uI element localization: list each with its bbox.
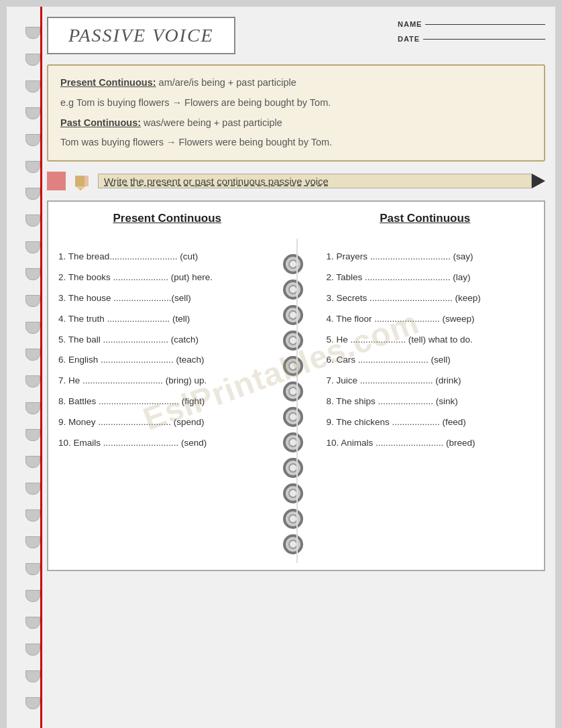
left-item-8: 8. Battles .............................…: [58, 396, 266, 408]
red-line: [40, 7, 42, 728]
right-item-3: 3. Secrets .............................…: [327, 292, 535, 305]
date-line: [423, 39, 545, 40]
grammar-line-3: Past Continuous: was/were being + past p…: [60, 116, 532, 131]
right-item-5: 5. He ...................... (tell) what…: [327, 334, 535, 347]
instruction-container: Write the present or past continuous pas…: [98, 174, 545, 188]
date-field: DATE: [398, 35, 545, 43]
ring-10: [283, 483, 303, 503]
past-continuous-title: Past Continuous: [317, 212, 535, 225]
svg-rect-4: [85, 176, 89, 186]
left-item-2: 2. The books ...................... (put…: [58, 271, 266, 284]
right-item-10: 10. Animals ........................... …: [327, 437, 535, 450]
ring-11: [283, 509, 303, 529]
left-item-1: 1. The bread........................... …: [58, 251, 266, 263]
ring-2: [283, 280, 303, 300]
past-continuous-label: Past Continuous:: [60, 117, 141, 128]
pink-square-icon: [47, 172, 66, 190]
instruction-text: Write the present or past continuous pas…: [104, 176, 329, 187]
ring-4: [283, 330, 303, 351]
present-continuous-title: Present Continuous: [58, 212, 276, 225]
left-item-6: 6. English .............................…: [58, 354, 266, 367]
svg-marker-1: [75, 176, 86, 186]
grammar-box: Present Continuous: am/are/is being + pa…: [47, 64, 545, 162]
grammar-line-2: e.g Tom is buying flowers → Flowers are …: [60, 96, 532, 111]
pencil-icon: [72, 172, 91, 190]
right-item-2: 2. Tables ..............................…: [327, 271, 535, 284]
right-item-9: 9. The chickens ................... (fee…: [327, 416, 535, 429]
ring-5: [283, 356, 303, 376]
ring-8: [283, 432, 303, 452]
left-item-3: 3. The house .......................(sel…: [58, 292, 266, 305]
right-item-4: 4. The floor .......................... …: [327, 313, 535, 326]
left-item-7: 7. He ................................ (…: [58, 375, 266, 387]
pencil-tip: [532, 174, 545, 188]
ring-1: [283, 254, 303, 274]
right-item-7: 7. Juice ............................. (…: [327, 375, 535, 387]
right-item-8: 8. The ships ...................... (sin…: [327, 396, 535, 408]
left-item-10: 10. Emails .............................…: [58, 437, 266, 450]
right-item-6: 6. Cars ............................ (se…: [327, 354, 535, 367]
past-continuous-column: 1. Prayers .............................…: [313, 251, 535, 560]
ring-7: [283, 407, 303, 427]
page-title: PASSIVE VOICE: [47, 17, 235, 54]
left-item-5: 5. The ball .......................... (…: [58, 334, 266, 347]
grammar-line1-content: am/are/is being + past participle: [156, 77, 296, 88]
grammar-line-1: Present Continuous: am/are/is being + pa…: [60, 76, 532, 90]
svg-marker-3: [79, 189, 82, 190]
page-header: PASSIVE VOICE NAME DATE: [47, 17, 545, 54]
center-divider: [296, 239, 298, 563]
ring-6: [283, 381, 303, 402]
present-continuous-column: 1. The bread........................... …: [58, 251, 273, 560]
left-item-9: 9. Money ............................. (…: [58, 416, 266, 429]
ring-9: [283, 458, 303, 478]
name-label: NAME: [398, 20, 422, 28]
name-field: NAME: [398, 20, 545, 28]
ring-12: [283, 534, 303, 554]
instruction-row: Write the present or past continuous pas…: [47, 172, 545, 190]
name-date-area: NAME DATE: [398, 17, 545, 43]
name-line: [425, 24, 545, 25]
present-continuous-label: Present Continuous:: [60, 77, 156, 88]
right-item-1: 1. Prayers .............................…: [327, 251, 535, 263]
exercise-header: Present Continuous Past Continuous: [58, 212, 534, 237]
exercise-box: Present Continuous Past Continuous 1. Th…: [47, 200, 545, 571]
ring-3: [283, 305, 303, 325]
left-item-4: 4. The truth ......................... (…: [58, 313, 266, 326]
grammar-line-4: Tom was buying flowers → Flowers were be…: [60, 135, 532, 150]
grammar-line3-content: was/were being + past participle: [141, 117, 282, 128]
instruction-body: Write the present or past continuous pas…: [98, 174, 532, 188]
date-label: DATE: [398, 35, 420, 43]
rings-column: [273, 251, 313, 560]
